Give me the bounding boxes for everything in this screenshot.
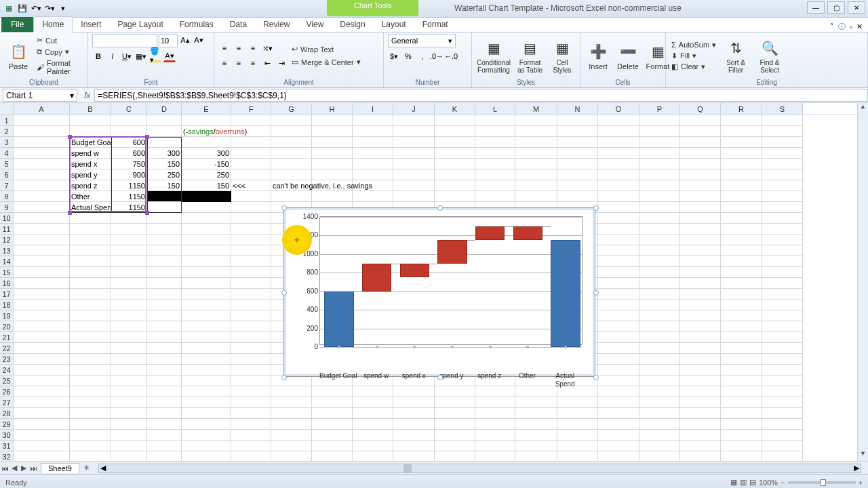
cell[interactable]: Actual Spend (70, 202, 111, 213)
chart-bar-delta[interactable] (475, 226, 505, 241)
tab-layout[interactable]: Layout (374, 17, 414, 32)
cell[interactable]: 600 (111, 148, 147, 159)
row-header[interactable]: 24 (0, 365, 14, 375)
row-header[interactable]: 30 (0, 430, 14, 441)
comma-icon[interactable]: , (416, 50, 429, 62)
zoom-level[interactable]: 100% (759, 479, 778, 487)
row-header[interactable]: 3 (0, 137, 14, 148)
row-header[interactable]: 16 (0, 278, 14, 289)
cell[interactable]: 600 (111, 137, 147, 148)
tab-insert[interactable]: Insert (73, 17, 109, 32)
autosum-button[interactable]: ΣAutoSum▾ (670, 40, 717, 50)
increase-indent-icon[interactable]: ⇥ (275, 57, 288, 69)
save-icon[interactable]: 💾 (16, 3, 28, 15)
cell[interactable]: -150 (182, 159, 231, 169)
row-header[interactable]: 31 (0, 441, 14, 451)
tab-home[interactable]: Home (33, 16, 73, 33)
column-header[interactable]: E (182, 103, 231, 115)
row-header[interactable]: 11 (0, 224, 14, 235)
border-icon[interactable]: ▦▾ (135, 50, 147, 62)
waterfall-chart[interactable]: 0200400600800100012001400Budget Goalspen… (283, 207, 595, 377)
tab-nav-first-icon[interactable]: ⏮ (0, 464, 9, 472)
paste-button[interactable]: 📋Paste (4, 39, 33, 72)
row-header[interactable]: 5 (0, 159, 14, 169)
chart-bar-full[interactable] (551, 240, 580, 347)
row-header[interactable]: 4 (0, 148, 14, 159)
column-header[interactable]: K (435, 103, 475, 115)
horizontal-scrollbar[interactable]: ◀ ▶ (98, 464, 861, 473)
tab-nav-next-icon[interactable]: ▶ (19, 464, 28, 472)
font-name-select[interactable] (92, 34, 157, 47)
column-header[interactable]: A (14, 103, 70, 115)
view-normal-icon[interactable]: ▦ (730, 478, 737, 487)
workbook-close-icon[interactable]: ✕ (856, 22, 863, 31)
row-header[interactable]: 13 (0, 245, 14, 256)
row-header[interactable]: 19 (0, 310, 14, 321)
tab-nav-last-icon[interactable]: ⏭ (28, 464, 38, 472)
row-header[interactable]: 29 (0, 419, 14, 430)
copy-button[interactable]: ⧉Copy▾ (35, 47, 83, 57)
column-header[interactable]: S (762, 103, 803, 115)
column-header[interactable]: P (639, 103, 680, 115)
vertical-scrollbar[interactable]: ▲ ▼ (857, 103, 868, 461)
view-pagelayout-icon[interactable]: ▥ (740, 478, 747, 487)
tab-file[interactable]: File (1, 17, 33, 32)
tab-review[interactable]: Review (255, 17, 298, 32)
column-header[interactable]: R (721, 103, 762, 115)
column-header[interactable]: B (70, 103, 111, 115)
row-header[interactable]: 25 (0, 375, 14, 386)
row-header[interactable]: 12 (0, 235, 14, 245)
column-header[interactable]: Q (680, 103, 721, 115)
new-sheet-icon[interactable]: ✳ (82, 464, 92, 472)
italic-icon[interactable]: I (106, 50, 119, 62)
grow-font-icon[interactable]: A▴ (179, 34, 191, 46)
row-header[interactable]: 17 (0, 289, 14, 300)
cell[interactable]: Other (70, 191, 111, 202)
shrink-font-icon[interactable]: A▾ (193, 34, 205, 46)
cell[interactable]: spend z (70, 180, 111, 191)
row-header[interactable]: 22 (0, 343, 14, 354)
cell[interactable]: 1150 (111, 180, 147, 191)
chart-bar-delta[interactable] (362, 264, 391, 291)
cell[interactable]: spend w (70, 148, 111, 159)
number-format-select[interactable]: General▾ (388, 34, 456, 47)
cut-button[interactable]: ✂Cut (35, 35, 83, 45)
cell[interactable]: 1150 (111, 191, 147, 202)
cell[interactable]: spend x (70, 159, 111, 169)
help-icon[interactable]: ⓘ (838, 22, 846, 32)
align-middle-icon[interactable]: ≡ (233, 42, 245, 54)
row-header[interactable]: 23 (0, 354, 14, 365)
cell[interactable]: 150 (147, 191, 182, 202)
conditional-formatting-button[interactable]: ▦Conditional Formatting (476, 36, 511, 75)
cell[interactable]: Budget Goal (70, 137, 111, 148)
currency-icon[interactable]: $▾ (388, 50, 400, 62)
redo-icon[interactable]: ↷▾ (43, 3, 56, 15)
align-right-icon[interactable]: ≡ (247, 57, 259, 69)
column-header[interactable]: I (353, 103, 393, 115)
zoom-slider[interactable] (788, 481, 856, 484)
column-header[interactable]: C (111, 103, 147, 115)
row-header[interactable]: 32 (0, 451, 14, 461)
column-header[interactable]: O (598, 103, 639, 115)
maximize-button[interactable]: ▢ (827, 1, 845, 14)
name-box[interactable]: Chart 1▾ (3, 89, 77, 102)
column-header[interactable]: M (515, 103, 557, 115)
column-header[interactable]: G (271, 103, 312, 115)
row-header[interactable]: 14 (0, 256, 14, 267)
minimize-ribbon-icon[interactable]: ˄ (830, 22, 834, 31)
cell[interactable]: <<< (231, 180, 271, 191)
cell[interactable]: 150 (182, 180, 231, 191)
merge-center-button[interactable]: ▭Merge & Center▾ (290, 57, 362, 67)
tab-page-layout[interactable]: Page Layout (109, 17, 171, 32)
cell[interactable]: 150 (147, 180, 182, 191)
fill-color-icon[interactable]: 🪣▾ (149, 50, 161, 62)
row-header[interactable]: 1 (0, 115, 14, 126)
undo-icon[interactable]: ↶▾ (30, 3, 42, 15)
row-header[interactable]: 20 (0, 321, 14, 332)
cell[interactable]: 300 (147, 148, 182, 159)
row-header[interactable]: 15 (0, 267, 14, 278)
cell[interactable]: can't be negative, i.e., savings (271, 180, 435, 191)
chart-bar-delta[interactable] (513, 226, 542, 241)
clear-button[interactable]: ◧Clear▾ (670, 62, 717, 72)
column-header[interactable]: L (475, 103, 515, 115)
